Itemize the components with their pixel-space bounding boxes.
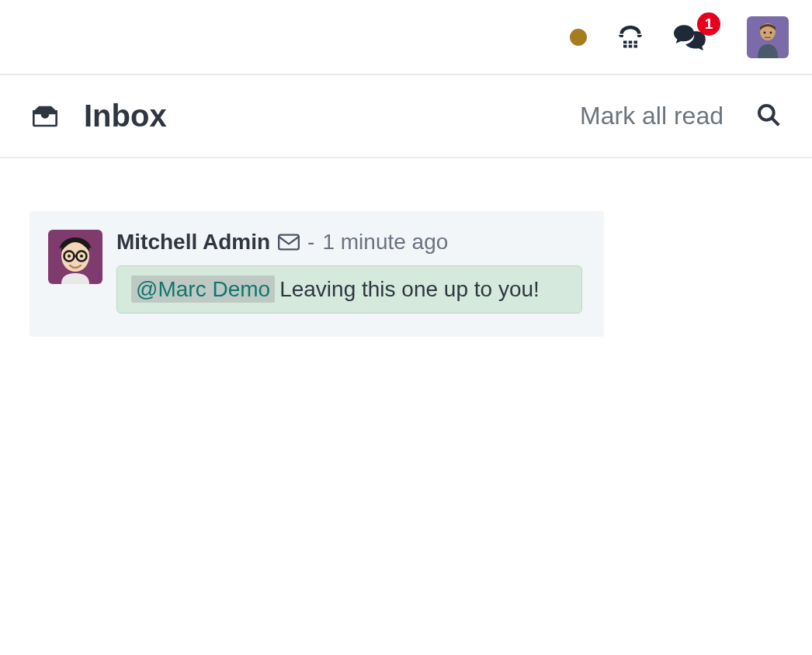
- meta-separator: -: [307, 230, 314, 255]
- svg-rect-4: [629, 44, 633, 47]
- svg-point-17: [68, 255, 71, 258]
- message-text: Leaving this one up to you!: [279, 277, 540, 301]
- message-card[interactable]: Mitchell Admin - 1 minute ago @Marc Demo…: [29, 211, 604, 337]
- svg-point-9: [770, 31, 772, 33]
- top-bar: 1: [0, 0, 812, 75]
- svg-point-10: [759, 106, 774, 120]
- user-avatar[interactable]: [747, 16, 789, 58]
- sender-name[interactable]: Mitchell Admin: [116, 230, 270, 255]
- envelope-icon[interactable]: [278, 234, 300, 251]
- message-time: 1 minute ago: [322, 230, 448, 255]
- svg-rect-2: [634, 40, 638, 43]
- page-header: Inbox Mark all read: [0, 75, 812, 158]
- mark-all-read-button[interactable]: Mark all read: [580, 102, 724, 130]
- message-body: @Marc DemoLeaving this one up to you!: [116, 265, 582, 314]
- message-meta: Mitchell Admin - 1 minute ago: [116, 230, 582, 255]
- svg-rect-5: [634, 44, 638, 47]
- sender-avatar[interactable]: [48, 230, 102, 284]
- search-icon[interactable]: [756, 102, 781, 130]
- svg-point-18: [80, 255, 83, 258]
- status-indicator[interactable]: [570, 29, 587, 46]
- svg-line-11: [772, 118, 779, 125]
- svg-rect-3: [623, 44, 627, 47]
- inbox-icon: [33, 106, 57, 127]
- svg-rect-0: [623, 40, 627, 43]
- page-title: Inbox: [84, 99, 167, 133]
- svg-point-8: [764, 31, 766, 33]
- content-area: Mitchell Admin - 1 minute ago @Marc Demo…: [0, 158, 812, 337]
- svg-rect-1: [629, 40, 633, 43]
- phone-icon[interactable]: [616, 23, 644, 51]
- mention[interactable]: @Marc Demo: [131, 276, 275, 303]
- svg-rect-19: [279, 235, 299, 250]
- notification-badge: 1: [697, 12, 720, 36]
- chat-icon[interactable]: 1: [674, 23, 706, 51]
